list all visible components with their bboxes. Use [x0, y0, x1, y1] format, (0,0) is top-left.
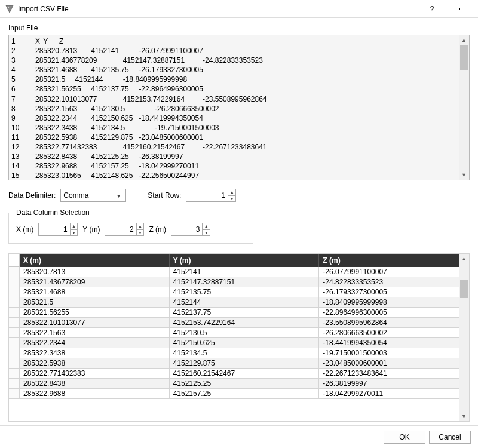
ok-button[interactable]: OK	[384, 431, 425, 444]
y-col-input[interactable]	[105, 223, 136, 235]
table-row[interactable]: 285322.84384152125.25-26.38199997	[9, 379, 469, 389]
spin-up-icon[interactable]: ▲	[228, 189, 235, 196]
row-header	[9, 338, 20, 348]
scroll-thumb[interactable]	[460, 280, 468, 298]
row-header	[9, 267, 20, 277]
y-col-spinner[interactable]: ▲▼	[105, 223, 144, 236]
line-number: 8	[11, 104, 35, 113]
line-number: 3	[11, 56, 35, 65]
z-col-label: Z (m)	[149, 225, 166, 234]
help-button[interactable]: ?	[418, 0, 446, 18]
cell-x: 285322.8438	[20, 379, 170, 389]
spin-down-icon[interactable]: ▼	[203, 230, 210, 236]
preview-line: 7285322.101013077 4152153.74229164 -23.5…	[11, 94, 467, 104]
spin-down-icon[interactable]: ▼	[228, 196, 235, 202]
spin-down-icon[interactable]: ▼	[137, 230, 144, 236]
table-row[interactable]: 285322.1010130774152153.74229164-23.5508…	[9, 318, 469, 328]
table-row[interactable]: 285322.7714323834152160.21542467-22.2671…	[9, 369, 469, 379]
start-row-input[interactable]	[186, 189, 228, 201]
z-col-spinner[interactable]: ▲▼	[171, 223, 210, 236]
table-row[interactable]: 285321.4367782094152147.32887151-24.8228…	[9, 277, 469, 287]
preview-line: 5285321.5 4152144 -18.8409995999998	[11, 75, 467, 84]
start-row-spinner[interactable]: ▲▼	[186, 189, 236, 202]
chevron-down-icon: ▾	[114, 192, 123, 199]
cell-x: 285321.4688	[20, 287, 170, 297]
x-col-input[interactable]	[39, 223, 69, 235]
cell-x: 285322.1563	[20, 328, 170, 338]
cell-z: -26.1793327300005	[319, 287, 469, 297]
y-col-label: Y (m)	[82, 225, 100, 234]
window-title: Import CSV File	[18, 5, 69, 13]
row-header	[9, 297, 20, 308]
preview-line: 10285322.3438 4152134.5 -19.715000150000…	[11, 123, 467, 133]
titlebar: Import CSV File ?	[0, 0, 478, 18]
table-row[interactable]: 285321.46884152135.75-26.1793327300005	[9, 287, 469, 297]
scroll-thumb[interactable]	[460, 45, 468, 70]
preview-line: 9285322.2344 4152150.625 -18.44199943500…	[11, 113, 467, 123]
col-header-y[interactable]: Y (m)	[170, 254, 320, 267]
cell-z: -23.0485000600001	[319, 358, 469, 369]
preview-scrollbar[interactable]: ▲ ▼	[459, 35, 469, 180]
table-row[interactable]: 285322.15634152130.5-26.2806663500002	[9, 328, 469, 338]
table-row[interactable]: 285322.23444152150.625-18.4419994350054	[9, 338, 469, 348]
delimiter-label: Data Delimiter:	[8, 191, 56, 200]
line-number: 4	[11, 65, 35, 75]
table-row[interactable]: 285320.78134152141-26.0779991100007	[9, 267, 469, 277]
scroll-down-icon[interactable]: ▼	[459, 412, 469, 421]
line-text: 285322.9688 4152157.25 -18.042999270011	[35, 162, 199, 170]
table-row[interactable]: 285322.96884152157.25-18.042999270011	[9, 389, 469, 399]
line-text: X Y Z	[35, 37, 63, 45]
line-number: 15	[11, 171, 35, 180]
cell-x: 285322.771432383	[20, 369, 170, 379]
col-header-x[interactable]: X (m)	[20, 254, 170, 267]
cell-z: -26.2806663500002	[319, 328, 469, 338]
spin-down-icon[interactable]: ▼	[71, 230, 78, 236]
cell-z: -23.5508995962864	[319, 318, 469, 328]
scroll-up-icon[interactable]: ▲	[459, 254, 469, 263]
file-preview: 1X Y Z2285320.7813 4152141 -26.077999110…	[8, 35, 470, 180]
table-row[interactable]: 285321.562554152137.75-22.8964996300005	[9, 308, 469, 318]
cell-y: 4152134.5	[170, 348, 320, 358]
preview-line: 3285321.436778209 4152147.32887151 -24.8…	[11, 56, 467, 65]
spin-up-icon[interactable]: ▲	[203, 223, 210, 230]
cancel-button[interactable]: Cancel	[429, 431, 471, 444]
table-row[interactable]: 285321.54152144-18.8409995999998	[9, 297, 469, 308]
scroll-up-icon[interactable]: ▲	[459, 35, 469, 45]
dialog-footer: OK Cancel	[0, 425, 478, 448]
row-header	[9, 348, 20, 358]
x-col-spinner[interactable]: ▲▼	[38, 223, 78, 236]
line-number: 14	[11, 161, 35, 171]
start-row-label: Start Row:	[148, 191, 181, 200]
row-header	[9, 369, 20, 379]
preview-line: 2285320.7813 4152141 -26.0779991100007	[11, 46, 467, 56]
row-header	[9, 308, 20, 318]
table-row[interactable]: 285322.59384152129.875-23.0485000600001	[9, 358, 469, 369]
svg-point-0	[8, 6, 9, 7]
delimiter-select[interactable]: Comma ▾	[60, 189, 126, 202]
cell-y: 4152129.875	[170, 358, 320, 369]
line-text: 285321.56255 4152137.75 -22.896499630000…	[35, 85, 203, 93]
row-header	[9, 379, 20, 389]
cell-z: -22.8964996300005	[319, 308, 469, 318]
close-button[interactable]	[446, 0, 473, 18]
row-header	[9, 277, 20, 287]
col-header-z[interactable]: Z (m)	[319, 254, 469, 267]
cell-x: 285322.3438	[20, 348, 170, 358]
table-scrollbar[interactable]: ▲ ▼	[459, 254, 469, 421]
table-row[interactable]: 285322.34384152134.5-19.7150001500003	[9, 348, 469, 358]
line-number: 1	[11, 36, 35, 46]
cell-z: -26.38199997	[319, 379, 469, 389]
preview-line: 8285322.1563 4152130.5 -26.2806663500002	[11, 104, 467, 113]
app-icon	[5, 4, 14, 14]
z-col-input[interactable]	[171, 223, 202, 235]
preview-line: 4285321.4688 4152135.75 -26.179332730000…	[11, 65, 467, 75]
cell-y: 4152137.75	[170, 308, 320, 318]
line-number: 6	[11, 84, 35, 94]
spin-up-icon[interactable]: ▲	[71, 223, 78, 230]
table-corner	[9, 254, 20, 267]
line-number: 5	[11, 75, 35, 84]
cell-z: -26.0779991100007	[319, 267, 469, 277]
preview-table: X (m) Y (m) Z (m) 285320.78134152141-26.…	[8, 253, 470, 422]
scroll-down-icon[interactable]: ▼	[459, 170, 469, 180]
spin-up-icon[interactable]: ▲	[137, 223, 144, 230]
